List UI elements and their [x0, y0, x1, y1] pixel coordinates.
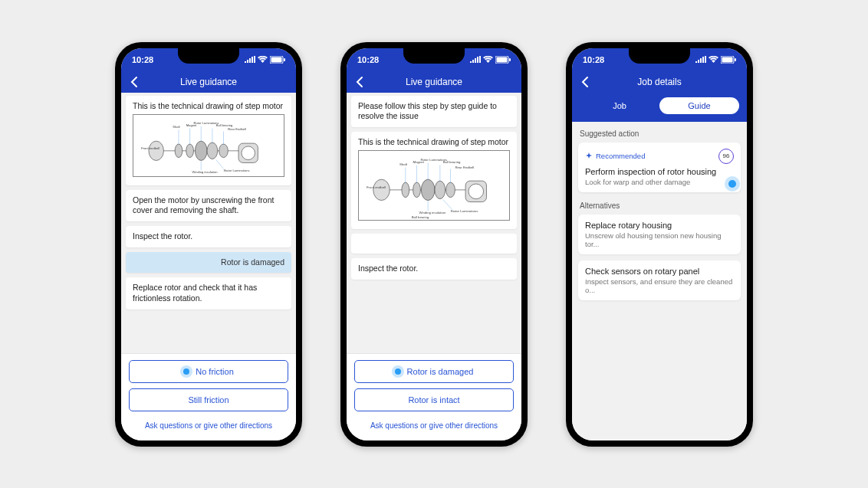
back-button[interactable] — [354, 76, 367, 88]
svg-point-9 — [219, 144, 229, 158]
svg-text:Stator Laminations: Stator Laminations — [224, 169, 250, 172]
svg-text:Ball bearing: Ball bearing — [216, 123, 233, 127]
header-title: Job details — [637, 77, 681, 87]
message-open-motor: Open the motor by unscrewing the front c… — [126, 190, 291, 221]
technical-diagram: Shaft Magnet Rotor Laminations Ball bear… — [133, 114, 284, 177]
svg-text:Rotor Laminations: Rotor Laminations — [193, 121, 219, 125]
status-indicators — [695, 56, 736, 64]
recommended-badge: Recommended — [585, 152, 645, 160]
recommended-badge-text: Recommended — [596, 152, 645, 160]
message-placeholder — [351, 234, 517, 254]
recommended-subtitle: Look for warp and other damage — [585, 178, 734, 186]
svg-rect-56 — [722, 57, 733, 62]
screen-2: 10:28 Live guidance Please follow this s… — [347, 48, 521, 441]
alternative-check-sensors[interactable]: Check sensors on rotary panel Inspect se… — [578, 260, 741, 300]
option-still-friction[interactable]: Still friction — [129, 388, 288, 411]
wifi-icon — [483, 56, 493, 63]
app-header: Job details — [572, 71, 747, 93]
svg-text:Rear Endbell: Rear Endbell — [228, 128, 246, 132]
notch — [403, 48, 465, 64]
recommended-card[interactable]: Recommended 96 Perform inspection of rot… — [578, 142, 741, 192]
svg-point-7 — [195, 141, 207, 160]
header-title: Live guidance — [180, 77, 237, 87]
svg-text:Ball bearing: Ball bearing — [412, 215, 429, 219]
signal-icon — [245, 56, 255, 63]
option-label: Still friction — [188, 395, 229, 404]
option-no-friction[interactable]: No friction — [129, 360, 288, 383]
svg-line-18 — [216, 160, 224, 169]
screen-1: 10:28 Live guidance This is the technica… — [121, 48, 296, 441]
option-rotor-damaged[interactable]: Rotor is damaged — [354, 360, 514, 383]
header-title: Live guidance — [406, 77, 462, 87]
svg-text:Shaft: Shaft — [399, 162, 408, 166]
app-header: Live guidance — [121, 71, 296, 93]
details-content: Suggested action Recommended 96 Perform … — [572, 122, 747, 441]
alt-subtitle: Unscrew old housing tension new housing … — [585, 231, 734, 248]
alt-title: Replace rotary housing — [585, 221, 734, 230]
svg-point-30 — [373, 180, 390, 201]
message-drawing: This is the technical drawing of step mo… — [351, 132, 517, 229]
message-inspect: Inspect the rotor. — [126, 226, 291, 247]
section-alternatives-label: Alternatives — [580, 201, 739, 210]
svg-point-36 — [446, 183, 455, 198]
message-text: This is the technical drawing of step mo… — [133, 101, 284, 112]
svg-text:Ball bearing: Ball bearing — [443, 160, 461, 164]
option-label: Rotor is intact — [408, 395, 459, 404]
svg-rect-1 — [271, 57, 282, 62]
alternative-replace-housing[interactable]: Replace rotary housing Unscrew old housi… — [578, 215, 741, 254]
svg-rect-28 — [497, 57, 508, 62]
svg-rect-2 — [284, 58, 285, 61]
app-header: Live guidance — [347, 71, 521, 93]
ask-link[interactable]: Ask questions or give other directions — [129, 417, 288, 437]
tab-job[interactable]: Job — [580, 97, 659, 114]
svg-point-5 — [175, 144, 182, 158]
message-text: This is the technical drawing of step mo… — [358, 137, 510, 148]
battery-icon — [270, 56, 285, 64]
message-follow: Please follow this step by step guide to… — [351, 96, 517, 127]
options-area: No friction Still friction Ask questions… — [121, 353, 296, 441]
svg-point-35 — [435, 182, 446, 199]
svg-point-32 — [402, 183, 409, 198]
recommended-title: Perform inspection of rotor housing — [585, 167, 734, 176]
svg-point-34 — [421, 180, 435, 201]
phone-3: 10:28 Job details Job Guide Suggested ac… — [566, 42, 753, 447]
svg-line-45 — [443, 200, 452, 210]
svg-text:Winding insulation: Winding insulation — [192, 170, 218, 174]
svg-point-11 — [242, 146, 255, 160]
option-label: Rotor is damaged — [407, 367, 474, 376]
svg-text:Front endbell: Front endbell — [367, 185, 386, 189]
chat-content: Please follow this step by step guide to… — [347, 93, 521, 353]
message-drawing: This is the technical drawing of step mo… — [126, 96, 291, 185]
battery-icon — [495, 56, 511, 64]
svg-point-33 — [413, 183, 421, 198]
back-button[interactable] — [580, 76, 592, 88]
tabs: Job Guide — [572, 93, 747, 122]
screen-3: 10:28 Job details Job Guide Suggested ac… — [572, 48, 747, 441]
alt-title: Check sensors on rotary panel — [585, 267, 734, 276]
active-dot-icon — [183, 368, 189, 375]
option-rotor-intact[interactable]: Rotor is intact — [354, 388, 514, 411]
user-reply-damaged: Rotor is damaged — [126, 252, 291, 273]
alt-subtitle: Inspect sensors, and ensure they are cle… — [585, 277, 734, 294]
svg-point-38 — [469, 184, 484, 199]
confidence-score: 96 — [718, 149, 734, 164]
svg-rect-57 — [735, 58, 736, 61]
phone-1: 10:28 Live guidance This is the technica… — [115, 42, 302, 447]
notch — [178, 48, 239, 64]
message-inspect: Inspect the rotor. — [351, 258, 517, 280]
phone-2: 10:28 Live guidance Please follow this s… — [340, 42, 528, 447]
notch — [629, 48, 690, 64]
wifi-icon — [709, 56, 718, 63]
tab-guide[interactable]: Guide — [659, 97, 739, 114]
svg-text:Shaft: Shaft — [173, 125, 180, 129]
message-replace: Replace rotor and check that it has fric… — [126, 277, 291, 309]
option-label: No friction — [196, 367, 234, 376]
svg-point-8 — [207, 142, 218, 159]
svg-point-3 — [149, 141, 164, 160]
sparkle-icon — [585, 152, 593, 160]
back-button[interactable] — [129, 76, 141, 88]
status-indicators — [245, 56, 285, 64]
svg-text:Winding insulation: Winding insulation — [419, 211, 446, 215]
ask-link[interactable]: Ask questions or give other directions — [354, 417, 514, 437]
svg-text:Rear Endbell: Rear Endbell — [455, 165, 474, 169]
